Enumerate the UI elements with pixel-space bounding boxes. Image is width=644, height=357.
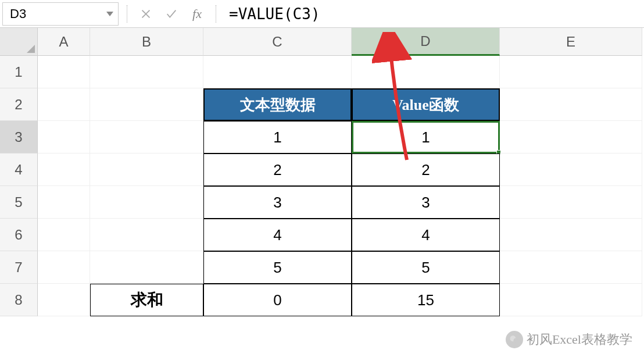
cell-e7[interactable]: [500, 251, 642, 284]
cell-d4[interactable]: 2: [352, 153, 500, 186]
cell-b5[interactable]: [90, 186, 203, 219]
divider: [127, 5, 127, 23]
cell-c5[interactable]: 3: [203, 186, 352, 219]
row-header-3[interactable]: 3: [0, 121, 38, 153]
cell-c7[interactable]: 5: [203, 251, 352, 284]
formula-input[interactable]: [222, 2, 644, 26]
cell-c2[interactable]: 文本型数据: [203, 88, 352, 121]
cell-d2[interactable]: Value函数: [352, 88, 500, 121]
cell-b2[interactable]: [90, 88, 203, 121]
cell-a8[interactable]: [38, 284, 90, 316]
row-header-8[interactable]: 8: [0, 284, 38, 316]
cell-b7[interactable]: [90, 251, 203, 284]
cell-e4[interactable]: [500, 153, 642, 186]
row-header-4[interactable]: 4: [0, 153, 38, 186]
row-header-7[interactable]: 7: [0, 251, 38, 284]
spreadsheet-grid: 1 2 3 4 5 6 7 8 A B C D E: [0, 28, 644, 316]
col-header-d[interactable]: D: [352, 28, 500, 56]
row-headers: 1 2 3 4 5 6 7 8: [0, 28, 38, 316]
cell-a6[interactable]: [38, 219, 90, 251]
cell-e5[interactable]: [500, 186, 642, 219]
name-box[interactable]: D3: [2, 2, 119, 26]
confirm-icon[interactable]: [159, 2, 184, 26]
select-all-corner[interactable]: [0, 28, 38, 56]
col-header-e[interactable]: E: [500, 28, 642, 56]
cell-a1[interactable]: [38, 56, 90, 88]
formula-bar: D3 fx: [0, 0, 644, 28]
divider: [216, 5, 216, 23]
cell-c3[interactable]: 1: [203, 121, 352, 153]
cell-e6[interactable]: [500, 219, 642, 251]
name-box-dropdown-icon[interactable]: [106, 12, 113, 16]
cell-c8[interactable]: 0: [203, 284, 352, 316]
cell-a2[interactable]: [38, 88, 90, 121]
cell-a4[interactable]: [38, 153, 90, 186]
cells-area: 文本型数据 Value函数 1 1 2 2: [38, 56, 644, 316]
watermark: 初风Excel表格教学: [506, 331, 632, 348]
cell-b8[interactable]: 求和: [90, 284, 203, 316]
cell-e8[interactable]: [500, 284, 642, 316]
cell-a3[interactable]: [38, 121, 90, 153]
svg-point-2: [513, 338, 518, 343]
cell-b6[interactable]: [90, 219, 203, 251]
name-box-value: D3: [10, 6, 26, 22]
watermark-text: 初风Excel表格教学: [527, 331, 632, 348]
sheet-area: A B C D E 文本型数据 Value函数: [38, 28, 644, 316]
cell-e2[interactable]: [500, 88, 642, 121]
col-header-b[interactable]: B: [90, 28, 203, 56]
cell-c4[interactable]: 2: [203, 153, 352, 186]
wechat-icon: [506, 331, 523, 348]
fx-icon[interactable]: fx: [184, 2, 210, 26]
row-header-2[interactable]: 2: [0, 88, 38, 121]
cell-d3[interactable]: 1: [352, 121, 500, 153]
cell-d5[interactable]: 3: [352, 186, 500, 219]
cell-b3[interactable]: [90, 121, 203, 153]
row-header-5[interactable]: 5: [0, 186, 38, 219]
cell-c6[interactable]: 4: [203, 219, 352, 251]
col-header-c[interactable]: C: [203, 28, 352, 56]
cell-a7[interactable]: [38, 251, 90, 284]
cell-b1[interactable]: [90, 56, 203, 88]
col-header-a[interactable]: A: [38, 28, 90, 56]
cell-d1[interactable]: [352, 56, 500, 88]
cell-d6[interactable]: 4: [352, 219, 500, 251]
column-headers: A B C D E: [38, 28, 644, 56]
cell-d8[interactable]: 15: [352, 284, 500, 316]
cell-e3[interactable]: [500, 121, 642, 153]
row-header-6[interactable]: 6: [0, 219, 38, 251]
cell-c1[interactable]: [203, 56, 352, 88]
cancel-icon[interactable]: [133, 2, 159, 26]
cell-a5[interactable]: [38, 186, 90, 219]
cell-b4[interactable]: [90, 153, 203, 186]
row-header-1[interactable]: 1: [0, 56, 38, 88]
cell-d7[interactable]: 5: [352, 251, 500, 284]
cell-e1[interactable]: [500, 56, 642, 88]
